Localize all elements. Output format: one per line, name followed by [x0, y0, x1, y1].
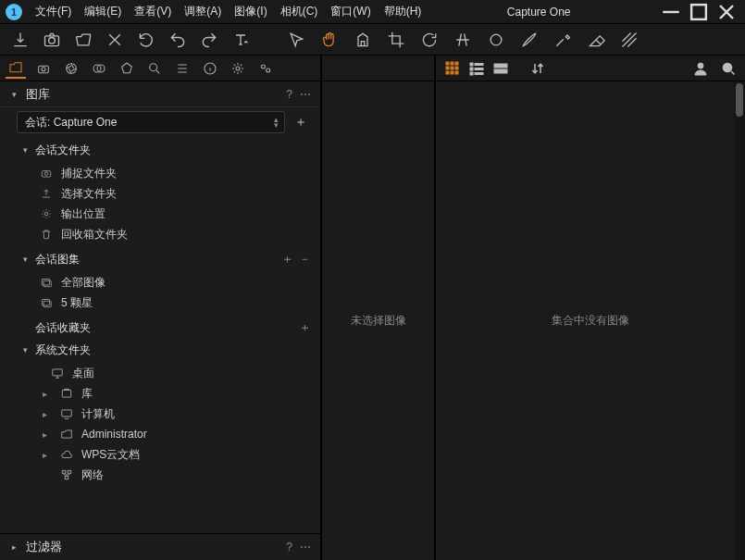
- sys-computer[interactable]: ▸ 计算机: [0, 404, 320, 424]
- library-menu-button[interactable]: ⋯: [300, 88, 311, 101]
- sort-button[interactable]: [528, 59, 547, 78]
- favs-add-button[interactable]: ＋: [299, 319, 311, 336]
- brush-tool[interactable]: [518, 29, 540, 51]
- session-favs-header[interactable]: 会话收藏夹 ＋: [0, 317, 320, 339]
- menu-file[interactable]: 文件(F): [30, 1, 77, 22]
- browser-empty-text: 集合中没有图像: [552, 313, 629, 329]
- svg-rect-22: [42, 300, 49, 305]
- rotate-tool[interactable]: [418, 29, 441, 51]
- capture-button[interactable]: [41, 29, 63, 51]
- view-filmstrip-button[interactable]: [491, 59, 510, 78]
- tab-adjustments[interactable]: [172, 58, 192, 79]
- x-icon: [106, 31, 124, 49]
- crop-tool[interactable]: [385, 29, 407, 51]
- filters-menu-button[interactable]: ⋯: [300, 541, 311, 554]
- browser-scrollbar-thumb[interactable]: [736, 83, 743, 117]
- filters-help-button[interactable]: ?: [286, 541, 292, 554]
- window-close-button[interactable]: [714, 3, 739, 21]
- tab-exposure[interactable]: [117, 58, 137, 79]
- browser-search-button[interactable]: [719, 59, 738, 78]
- sys-administrator[interactable]: ▸ Administrator: [0, 424, 320, 444]
- tab-color[interactable]: [89, 58, 109, 79]
- albums-remove-button[interactable]: －: [299, 251, 311, 268]
- import-button[interactable]: [9, 29, 31, 51]
- info-icon: [203, 61, 217, 76]
- annotate-button[interactable]: [230, 29, 252, 51]
- images-icon: [39, 275, 54, 290]
- album-all-images[interactable]: 全部图像: [0, 272, 320, 292]
- menu-image[interactable]: 图像(I): [229, 1, 272, 22]
- chevron-right-icon[interactable]: ▸: [43, 450, 52, 460]
- spot-tool[interactable]: [485, 29, 507, 51]
- library-section-header[interactable]: ▾ 图库 ? ⋯: [0, 81, 320, 107]
- album-five-star[interactable]: 5 颗星: [0, 292, 320, 313]
- svg-rect-32: [455, 62, 458, 65]
- view-grid-button[interactable]: [443, 59, 462, 78]
- trash-folder[interactable]: 回收箱文件夹: [0, 224, 320, 244]
- undo-button[interactable]: [167, 29, 189, 51]
- svg-rect-41: [470, 68, 473, 70]
- session-albums-header[interactable]: ▾ 会话图集 ＋ －: [0, 248, 320, 270]
- redo-button[interactable]: [198, 29, 220, 51]
- menu-view[interactable]: 查看(V): [129, 1, 177, 22]
- browser-scrollbar-track[interactable]: [734, 81, 745, 560]
- gradient-tool[interactable]: [618, 29, 640, 51]
- chevron-right-icon[interactable]: ▸: [43, 429, 52, 440]
- trash-folder-label: 回收箱文件夹: [61, 227, 128, 243]
- system-folders-header[interactable]: ▾ 系统文件夹: [0, 339, 320, 361]
- chevron-right-icon[interactable]: ▸: [43, 389, 52, 399]
- menu-camera[interactable]: 相机(C): [275, 1, 324, 22]
- chevron-right-icon[interactable]: ▸: [43, 409, 52, 419]
- delete-button[interactable]: [104, 29, 126, 51]
- sys-library[interactable]: ▸ 库: [0, 383, 320, 404]
- window-minimize-button[interactable]: [658, 3, 684, 21]
- tab-lens[interactable]: [61, 58, 81, 79]
- library-help-button[interactable]: ?: [286, 88, 292, 101]
- sys-desktop[interactable]: 桌面: [0, 363, 320, 383]
- output-folder-label: 输出位置: [61, 206, 106, 222]
- capture-folder[interactable]: 捕捉文件夹: [0, 163, 320, 183]
- app-logo: 1: [6, 4, 22, 20]
- tab-batch[interactable]: [255, 58, 276, 79]
- sys-wps-cloud[interactable]: ▸ WPS云文档: [0, 444, 320, 465]
- svg-point-5: [49, 37, 56, 44]
- sys-network[interactable]: 网络: [0, 465, 320, 485]
- tab-library[interactable]: [6, 58, 26, 79]
- images-star-icon: [39, 295, 54, 310]
- output-folder[interactable]: 输出位置: [0, 204, 320, 224]
- magnifier-icon: [147, 61, 162, 76]
- export-button[interactable]: [72, 29, 94, 51]
- close-icon: [714, 0, 739, 25]
- menu-window[interactable]: 窗口(W): [325, 1, 376, 22]
- view-list-button[interactable]: [467, 59, 486, 78]
- svg-rect-46: [494, 69, 507, 73]
- menu-adjust[interactable]: 调整(A): [179, 1, 227, 22]
- svg-point-6: [490, 34, 502, 45]
- tool-panel: ▾ 图库 ? ⋯ 会话: Capture One ▴▾ ＋ ▾ 会话文件夹: [0, 56, 322, 560]
- keystone-tool[interactable]: [452, 29, 474, 51]
- camera-icon: [43, 31, 61, 49]
- window-maximize-button[interactable]: [686, 3, 712, 21]
- library-title: 图库: [26, 86, 279, 103]
- pan-tool[interactable]: [318, 29, 341, 51]
- eyedropper-wb-tool[interactable]: [552, 29, 574, 51]
- session-select[interactable]: 会话: Capture One ▴▾: [17, 111, 285, 133]
- cursor-select-tool[interactable]: [285, 29, 307, 51]
- reset-button[interactable]: [135, 29, 157, 51]
- albums-add-button[interactable]: ＋: [281, 251, 293, 268]
- tab-output[interactable]: [228, 58, 248, 79]
- eraser-icon: [587, 31, 605, 49]
- loupe-tool[interactable]: [352, 29, 374, 51]
- menu-help[interactable]: 帮助(H): [379, 1, 428, 22]
- user-button[interactable]: [691, 59, 710, 78]
- eraser-tool[interactable]: [585, 29, 607, 51]
- session-add-button[interactable]: ＋: [291, 112, 311, 132]
- tab-metadata[interactable]: [200, 58, 220, 79]
- tab-details[interactable]: [144, 58, 165, 79]
- tab-capture[interactable]: [33, 58, 54, 79]
- selects-folder[interactable]: 选择文件夹: [0, 183, 320, 204]
- menu-edit[interactable]: 编辑(E): [79, 1, 127, 22]
- filters-header[interactable]: ▸ 过滤器 ? ⋯: [0, 534, 320, 560]
- session-folders-header[interactable]: ▾ 会话文件夹: [0, 139, 320, 161]
- keystone-icon: [453, 31, 472, 49]
